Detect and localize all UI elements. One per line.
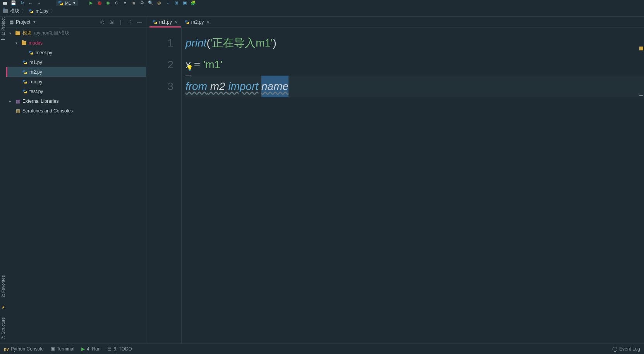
project-tool-button[interactable]: 1: Project bbox=[1, 17, 5, 35]
expand-icon[interactable]: ▾ bbox=[15, 41, 21, 45]
structure-tool-button[interactable]: 7: Structure bbox=[1, 317, 5, 339]
tree-label: External Libraries bbox=[22, 98, 58, 104]
collapse-icon[interactable]: ⇲ bbox=[108, 19, 115, 26]
refresh-icon[interactable]: ↻ bbox=[19, 0, 25, 6]
divider bbox=[1, 39, 5, 40]
hide-icon[interactable]: — bbox=[136, 19, 143, 26]
project-sidebar: ▤ Project ▼ ◎ ⇲ | ⋮ — ▾ 模块 /python项目/模块 … bbox=[6, 17, 146, 343]
intention-bulb-icon[interactable]: 💡 bbox=[186, 57, 193, 79]
bottom-toolbar: pyPython Console ▣Terminal ▶4: Run ☰6: T… bbox=[0, 343, 644, 354]
run-icon[interactable]: ▶ bbox=[88, 0, 94, 6]
scratches-icon: ▤ bbox=[15, 108, 21, 114]
tree-file-meet[interactable]: meet.py bbox=[6, 48, 146, 57]
code-line-1[interactable]: print('正在导入m1') bbox=[185, 32, 644, 54]
options-icon[interactable]: ⋮ bbox=[127, 19, 134, 26]
python-icon bbox=[28, 50, 34, 55]
tree-label: run.py bbox=[29, 79, 42, 85]
tree-label: 模块 bbox=[22, 30, 32, 36]
python-icon bbox=[185, 20, 189, 24]
svg-rect-0 bbox=[3, 2, 7, 5]
settings-icon[interactable]: ⚙ bbox=[139, 0, 145, 6]
stop-icon[interactable]: ■ bbox=[131, 0, 136, 6]
run-tool-button[interactable]: ▶4: Run bbox=[81, 346, 100, 352]
line-number[interactable]: 3 bbox=[146, 76, 173, 97]
tree-file-test[interactable]: test.py bbox=[6, 86, 146, 96]
breadcrumb-sep: 〉 bbox=[51, 8, 55, 14]
warning-marker[interactable] bbox=[639, 47, 643, 50]
concurrency-icon[interactable]: ≡ bbox=[122, 0, 128, 6]
tree-folder-modes[interactable]: ▾ modes bbox=[6, 38, 146, 48]
breadcrumb-folder[interactable]: 模块 bbox=[10, 8, 19, 14]
todo-button[interactable]: ☰6: TODO bbox=[107, 346, 132, 352]
tab-m1[interactable]: m1.py ✕ bbox=[149, 17, 181, 27]
event-log-button[interactable]: ◯Event Log bbox=[612, 346, 640, 352]
open-icon[interactable] bbox=[2, 0, 8, 6]
run-config-label: M1 bbox=[65, 1, 71, 5]
tree-path: /python项目/模块 bbox=[34, 30, 69, 36]
forward-icon[interactable]: → bbox=[36, 0, 42, 6]
line-number[interactable]: 2 bbox=[146, 54, 173, 76]
code-content[interactable]: 💡 print('正在导入m1') x = 'm1' from m2 impor… bbox=[182, 28, 644, 343]
chevron-down-icon[interactable]: ▼ bbox=[33, 20, 36, 24]
debug-icon[interactable]: 🐞 bbox=[97, 0, 102, 6]
tree-root[interactable]: ▾ 模块 /python项目/模块 bbox=[6, 28, 146, 38]
coverage-icon[interactable]: ◉ bbox=[105, 0, 111, 6]
tree-external-libraries[interactable]: ▸ ▥ External Libraries bbox=[6, 96, 146, 106]
tab-m2[interactable]: m2.py ✕ bbox=[182, 17, 213, 27]
code-line-2[interactable]: x = 'm1' bbox=[185, 54, 644, 76]
sidebar-title[interactable]: Project bbox=[16, 19, 30, 25]
library-icon: ▥ bbox=[15, 98, 21, 104]
tool-icon-1[interactable]: ◎ bbox=[156, 0, 162, 6]
code-line-3[interactable]: from m2 import name bbox=[185, 76, 644, 97]
tree-label: m2.py bbox=[29, 69, 42, 75]
chevron-down-icon: ▼ bbox=[72, 1, 76, 5]
breadcrumb-file[interactable]: m1.py bbox=[36, 9, 48, 14]
close-icon[interactable]: ✕ bbox=[206, 20, 210, 24]
python-console-button[interactable]: pyPython Console bbox=[4, 346, 44, 352]
python-icon bbox=[22, 60, 28, 65]
python-icon bbox=[22, 70, 28, 74]
tree-file-run[interactable]: run.py bbox=[6, 77, 146, 86]
editor-tabs: m1.py ✕ m2.py ✕ bbox=[146, 17, 644, 28]
favorites-tool-button[interactable]: 2: Favorites bbox=[1, 275, 5, 297]
code-editor[interactable]: 1 2 3 💡 print('正在导入m1') x = 'm1' from m2… bbox=[146, 28, 644, 343]
info-marker[interactable] bbox=[639, 95, 643, 96]
left-tool-stripe: 1: Project 2: Favorites ★ 7: Structure bbox=[0, 17, 6, 343]
tree-label: test.py bbox=[29, 89, 43, 94]
plugin-icon[interactable]: 🧩 bbox=[191, 0, 196, 6]
search-icon[interactable]: 🔍 bbox=[148, 0, 153, 6]
expand-icon[interactable]: ▸ bbox=[9, 99, 15, 103]
star-icon: ★ bbox=[2, 305, 5, 309]
tree-label: meet.py bbox=[36, 50, 52, 55]
project-tree: ▾ 模块 /python项目/模块 ▾ modes meet.py m1.py … bbox=[6, 28, 146, 116]
folder-icon bbox=[15, 31, 21, 35]
project-view-icon: ▤ bbox=[9, 19, 14, 25]
expand-icon[interactable]: ▾ bbox=[9, 31, 15, 35]
main-toolbar: 💾 ↻ ← → M1 ▼ ▶ 🐞 ◉ ⊙ ≡ ■ ⚙ 🔍 ◎ ▫ ⊞ ▣ 🧩 bbox=[0, 0, 644, 6]
tree-label: Scratches and Consoles bbox=[22, 108, 73, 114]
python-icon bbox=[22, 79, 28, 84]
python-icon bbox=[22, 89, 28, 94]
run-config-selector[interactable]: M1 ▼ bbox=[56, 0, 78, 6]
python-icon bbox=[58, 0, 64, 6]
profile-icon[interactable]: ⊙ bbox=[114, 0, 119, 6]
tab-label: m1.py bbox=[159, 19, 172, 25]
tree-scratches[interactable]: ▤ Scratches and Consoles bbox=[6, 106, 146, 116]
tool-icon-2[interactable]: ▫ bbox=[165, 0, 170, 6]
back-icon[interactable]: ← bbox=[28, 0, 33, 6]
tree-file-m2[interactable]: m2.py bbox=[6, 67, 146, 77]
tab-label: m2.py bbox=[191, 19, 204, 25]
save-icon[interactable]: 💾 bbox=[11, 0, 16, 6]
locate-icon[interactable]: ◎ bbox=[99, 19, 106, 26]
terminal-button[interactable]: ▣Terminal bbox=[51, 346, 74, 352]
folder-icon bbox=[3, 9, 8, 13]
python-icon bbox=[153, 20, 157, 24]
tree-file-m1[interactable]: m1.py bbox=[6, 57, 146, 67]
tool-icon-4[interactable]: ▣ bbox=[182, 0, 187, 6]
tree-label: modes bbox=[29, 40, 43, 46]
close-icon[interactable]: ✕ bbox=[175, 20, 178, 24]
tool-icon-3[interactable]: ⊞ bbox=[173, 0, 179, 6]
breadcrumb: 模块 〉 m1.py 〉 bbox=[0, 6, 644, 17]
line-number[interactable]: 1 bbox=[146, 32, 173, 54]
tree-label: m1.py bbox=[29, 60, 42, 65]
